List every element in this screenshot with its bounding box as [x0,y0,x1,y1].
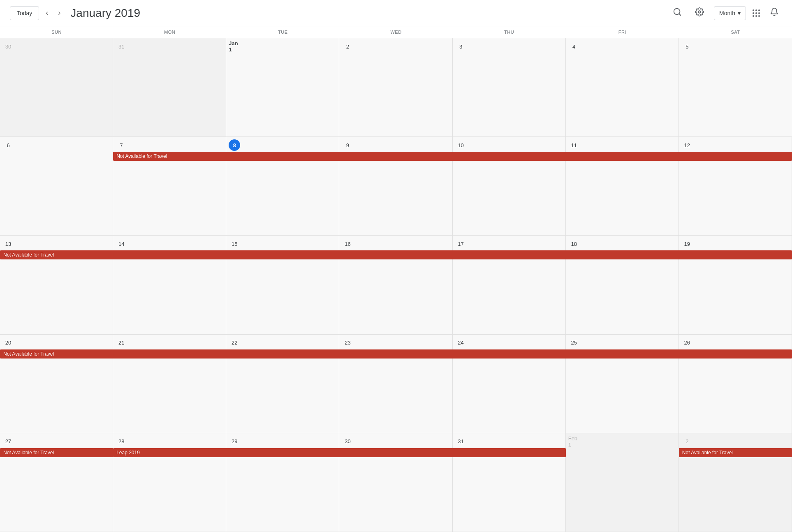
day-number[interactable]: Jan 1 [229,41,240,52]
weeks-container: 30 31 Jan 1 2 3 4 5 6 7 8 9 10 11 12 Not… [0,38,792,532]
day-header-sat: SAT [679,26,792,38]
day-cell[interactable]: Jan 1 [226,38,339,136]
day-number[interactable]: 2 [681,436,693,447]
header-right: Month ▾ [669,4,782,22]
search-icon [673,7,682,16]
day-number[interactable]: 9 [342,139,353,151]
settings-button[interactable] [692,4,707,22]
day-number[interactable]: 29 [229,436,240,447]
calendar-grid: SUN MON TUE WED THU FRI SAT 30 31 Jan 1 … [0,26,792,532]
day-number[interactable]: 2 [342,41,353,52]
notifications-button[interactable] [767,4,782,22]
day-number[interactable]: 23 [342,337,353,349]
prev-month-button[interactable]: ‹ [42,6,51,20]
month-title: January 2019 [70,7,140,20]
day-number[interactable]: 14 [116,238,127,250]
day-number[interactable]: 30 [342,436,353,447]
day-number[interactable]: 12 [681,139,693,151]
day-number[interactable]: 31 [455,436,467,447]
day-number[interactable]: 15 [229,238,240,250]
day-number[interactable]: 21 [116,337,127,349]
view-label: Month [719,10,735,16]
day-number[interactable]: 18 [568,238,580,250]
week-row: 13 14 15 16 17 18 19 Not Available for T… [0,236,792,334]
apps-icon[interactable] [753,9,760,17]
not-available-event-week5-left[interactable]: Not Available for Travel [0,448,113,457]
day-number[interactable]: 22 [229,337,240,349]
day-headers-row: SUN MON TUE WED THU FRI SAT [0,26,792,38]
day-header-wed: WED [339,26,452,38]
day-number[interactable]: 4 [568,41,580,52]
day-number[interactable]: 30 [2,41,14,52]
not-available-event-week2[interactable]: Not Available for Travel [113,152,792,161]
svg-point-2 [698,11,701,13]
calendar-header: Today ‹ › January 2019 Month ▾ [0,0,792,26]
day-number[interactable]: 20 [2,337,14,349]
day-number[interactable]: Feb 1 [568,436,580,447]
day-number[interactable]: 19 [681,238,693,250]
day-number[interactable]: 6 [2,139,14,151]
day-number[interactable]: 17 [455,238,467,250]
week-row: 27 28 29 30 31 Feb 1 2 Not Available for… [0,433,792,532]
day-number[interactable]: 10 [455,139,467,151]
day-cell[interactable]: 30 [0,38,113,136]
chevron-down-icon: ▾ [738,10,741,16]
today-button[interactable]: Today [10,6,39,20]
week-row: 30 31 Jan 1 2 3 4 5 [0,38,792,137]
day-number[interactable]: 11 [568,139,580,151]
day-number[interactable]: 3 [455,41,467,52]
svg-line-1 [679,14,681,15]
day-cell[interactable]: 6 [0,137,113,235]
day-cell[interactable]: 31 [113,38,226,136]
day-cell[interactable]: 2 [339,38,452,136]
day-number[interactable]: 26 [681,337,693,349]
search-button[interactable] [669,4,685,22]
leap-2019-event[interactable]: Leap 2019 [113,448,566,457]
day-number[interactable]: 13 [2,238,14,250]
day-number[interactable]: 16 [342,238,353,250]
not-available-event-week3[interactable]: Not Available for Travel [0,250,792,259]
next-month-button[interactable]: › [55,6,64,20]
day-number[interactable]: 27 [2,436,14,447]
day-header-tue: TUE [226,26,339,38]
day-header-fri: FRI [566,26,679,38]
week-row: 20 21 22 23 24 25 26 Not Available for T… [0,335,792,433]
week-row: 6 7 8 9 10 11 12 Not Available for Trave… [0,137,792,236]
day-header-thu: THU [453,26,566,38]
not-available-event-week4[interactable]: Not Available for Travel [0,349,792,359]
header-left: Today ‹ › January 2019 [10,6,669,20]
bell-icon [770,7,779,16]
day-cell[interactable]: Feb 1 [566,433,679,532]
day-number[interactable]: 25 [568,337,580,349]
day-header-sun: SUN [0,26,113,38]
day-number[interactable]: 5 [681,41,693,52]
day-number[interactable]: 31 [116,41,127,52]
view-selector[interactable]: Month ▾ [714,6,746,20]
day-number[interactable]: 28 [116,436,127,447]
day-header-mon: MON [113,26,226,38]
today-number[interactable]: 8 [229,139,240,151]
day-number[interactable]: 24 [455,337,467,349]
day-cell[interactable]: 3 [453,38,566,136]
day-number[interactable]: 7 [116,139,127,151]
not-available-event-week5-right[interactable]: Not Available for Travel [679,448,792,457]
gear-icon [695,7,704,16]
day-cell[interactable]: 5 [679,38,792,136]
day-cell[interactable]: 4 [566,38,679,136]
